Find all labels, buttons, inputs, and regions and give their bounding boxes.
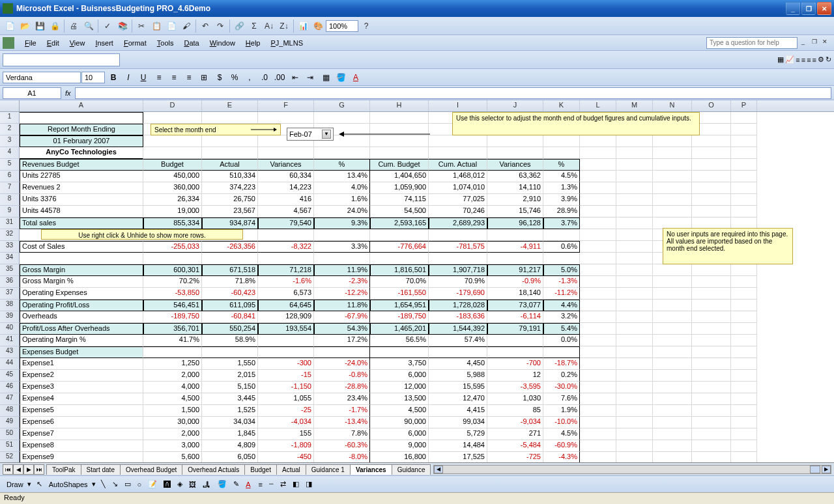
row-header-41[interactable]: 41 <box>0 335 19 346</box>
decrease-decimal-icon[interactable]: .00 <box>272 71 287 84</box>
cell[interactable] <box>616 335 653 346</box>
tool-icon-3[interactable]: ≡ <box>796 56 799 64</box>
menu-data[interactable]: Data <box>179 37 204 49</box>
cell[interactable]: 23,567 <box>202 206 258 217</box>
cell[interactable]: -2.3% <box>314 276 370 288</box>
cell[interactable] <box>731 159 757 171</box>
cell[interactable] <box>692 182 731 194</box>
cell[interactable]: 4,000 <box>143 382 202 393</box>
cell[interactable] <box>653 346 692 358</box>
cell[interactable] <box>543 147 580 159</box>
cell[interactable] <box>616 147 653 159</box>
underline-button[interactable]: U <box>136 71 151 84</box>
row-header-7[interactable]: 7 <box>0 182 19 194</box>
cell[interactable] <box>692 159 731 171</box>
cell[interactable] <box>487 346 543 358</box>
hyperlink-icon[interactable]: 🔗 <box>232 19 246 33</box>
cell[interactable] <box>692 358 731 370</box>
cell[interactable] <box>692 417 731 428</box>
cell[interactable] <box>580 428 616 440</box>
cell[interactable] <box>692 382 731 393</box>
cell[interactable] <box>258 112 314 124</box>
cell[interactable] <box>692 300 731 311</box>
cell[interactable] <box>202 253 258 264</box>
menu-tools[interactable]: Tools <box>152 37 179 49</box>
sort-desc-icon[interactable]: Z↓ <box>277 19 291 33</box>
cell[interactable] <box>258 335 314 346</box>
cell[interactable]: 12,000 <box>370 382 429 393</box>
cell[interactable]: 2,000 <box>143 428 202 440</box>
cell[interactable] <box>314 346 370 358</box>
cell[interactable]: Gross Margin % <box>20 276 143 288</box>
cell[interactable] <box>653 370 692 382</box>
cell[interactable]: -3,595 <box>487 382 543 393</box>
cell[interactable] <box>616 241 653 253</box>
cell[interactable] <box>692 323 731 335</box>
menu-help[interactable]: Help <box>240 37 266 49</box>
cell[interactable] <box>731 440 757 452</box>
cell[interactable]: 7.8% <box>314 428 370 440</box>
cell[interactable] <box>653 440 692 452</box>
textbox-icon[interactable]: 📝 <box>145 479 160 490</box>
copy-icon[interactable]: 📋 <box>149 19 164 33</box>
tool-icon-7[interactable]: ⚙ <box>818 55 824 64</box>
cell[interactable]: 546,451 <box>143 300 202 311</box>
zoom-input[interactable] <box>326 20 358 32</box>
font-color-icon[interactable]: A <box>349 71 363 84</box>
row-header-39[interactable]: 39 <box>0 311 19 323</box>
drawing-icon[interactable]: 🎨 <box>311 19 325 33</box>
cell[interactable] <box>692 452 731 462</box>
sheet-tab-guidance[interactable]: Guidance <box>392 464 431 475</box>
arrowstyle-icon[interactable]: ⇄ <box>278 479 289 490</box>
cell[interactable] <box>653 417 692 428</box>
doc-restore-button[interactable]: ❐ <box>812 38 821 48</box>
picture-icon[interactable]: 🏞 <box>200 479 212 490</box>
cell[interactable]: -11.2% <box>543 288 580 300</box>
cell[interactable] <box>543 253 580 264</box>
cell[interactable]: 64,645 <box>258 300 314 311</box>
tool-icon-2[interactable]: 📈 <box>785 55 794 64</box>
tool-icon-8[interactable]: ↻ <box>826 55 831 64</box>
cell[interactable] <box>258 229 314 241</box>
cell[interactable] <box>616 452 653 462</box>
row-header-5[interactable]: 5 <box>0 159 19 171</box>
cell[interactable]: 1,654,951 <box>370 300 429 311</box>
cell[interactable] <box>580 206 616 217</box>
cell[interactable]: 17,525 <box>429 452 487 462</box>
row-header-9[interactable]: 9 <box>0 206 19 217</box>
cell[interactable]: 11.8% <box>314 300 370 311</box>
cell[interactable]: 1,728,028 <box>429 300 487 311</box>
cell[interactable]: 1,250 <box>143 358 202 370</box>
cell[interactable]: 1,074,010 <box>429 182 487 194</box>
cell[interactable] <box>258 253 314 264</box>
cell[interactable] <box>653 452 692 462</box>
cell[interactable]: 450,000 <box>143 171 202 182</box>
cell[interactable]: 550,254 <box>202 323 258 335</box>
cell[interactable] <box>692 206 731 217</box>
tab-first-button[interactable]: ⏮ <box>3 464 13 475</box>
cell[interactable] <box>487 147 543 159</box>
cell[interactable] <box>580 147 616 159</box>
cell[interactable]: -60,423 <box>202 288 258 300</box>
cell[interactable]: -0.9% <box>487 276 543 288</box>
cell[interactable]: 1,816,501 <box>370 264 429 276</box>
cell[interactable] <box>314 147 370 159</box>
cell[interactable]: Expense2 <box>20 370 143 382</box>
row-header-32[interactable]: 32 <box>0 229 19 241</box>
cell[interactable]: 13.4% <box>314 171 370 182</box>
cell[interactable]: -1.7% <box>314 405 370 417</box>
cell[interactable] <box>731 370 757 382</box>
cell[interactable]: -189,750 <box>143 311 202 323</box>
currency-icon[interactable]: $ <box>212 71 227 84</box>
cell[interactable] <box>653 358 692 370</box>
sheet-tab-budget[interactable]: Budget <box>244 464 277 475</box>
cell[interactable] <box>314 253 370 264</box>
row-header-31[interactable]: 31 <box>0 217 19 229</box>
row-label[interactable]: Units 3376 <box>20 194 143 206</box>
shadow-icon[interactable]: ◧ <box>290 479 302 490</box>
help-search-box[interactable] <box>706 37 798 49</box>
cell[interactable]: 12,470 <box>429 393 487 405</box>
cell[interactable] <box>616 276 653 288</box>
cell[interactable] <box>616 346 653 358</box>
cell[interactable] <box>580 393 616 405</box>
